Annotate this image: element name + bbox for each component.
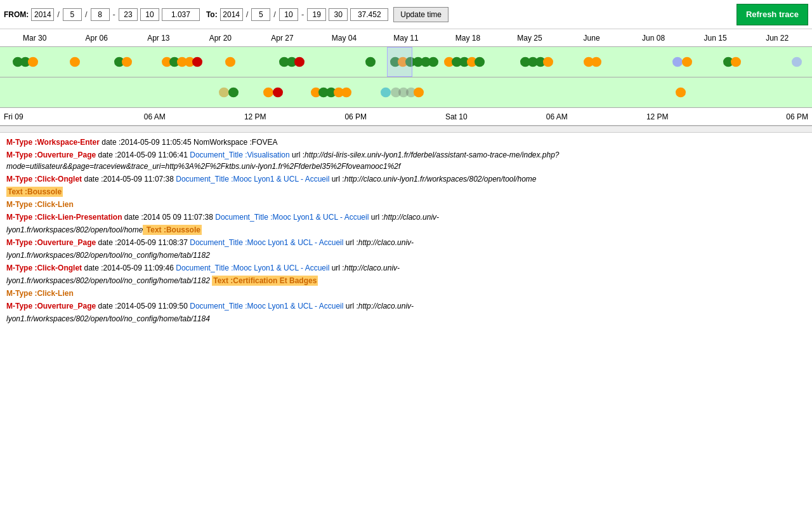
svg-point-26: [475, 57, 485, 67]
svg-point-2: [28, 57, 38, 67]
log-entry-11: lyon1.fr/workspaces/802/open/tool/no_con…: [6, 275, 806, 286]
log-entry-8: M-Type :Ouverture_Page date :2014-05-09 …: [6, 237, 806, 248]
day-label-1: 06 AM: [105, 112, 206, 121]
svg-point-37: [792, 57, 802, 67]
log-entry-10: M-Type :Click-Onglet date :2014-05-09 11…: [6, 262, 806, 274]
section-separator: [0, 126, 812, 133]
from-second-input[interactable]: [162, 8, 200, 21]
from-year-input[interactable]: [31, 8, 54, 21]
week-label-7: May 18: [437, 34, 499, 43]
log-entry-2: M-Type :Ouverture_Page date :2014-05-09 …: [6, 149, 806, 172]
log-area[interactable]: M-Type :Workspace-Enter date :2014-05-09…: [0, 133, 812, 508]
log-entry-12: M-Type :Click-Lien: [6, 288, 806, 299]
from-label: FROM:: [4, 10, 29, 19]
sep4: /: [246, 10, 249, 19]
svg-point-36: [731, 57, 741, 67]
week-label-6: May 11: [375, 34, 437, 43]
day-label-5: 06 AM: [507, 112, 608, 121]
update-time-button[interactable]: Update time: [393, 7, 449, 22]
log-entry-13: M-Type :Ouverture_Page date :2014-05-09 …: [6, 300, 806, 312]
sep6: -: [301, 10, 304, 19]
svg-point-30: [543, 57, 553, 67]
timeline-container: Mar 30Apr 06Apr 13Apr 20Apr 27May 04May …: [0, 29, 812, 126]
day-label-4: Sat 10: [406, 112, 507, 121]
day-label-7: 06 PM: [708, 112, 809, 121]
to-hour-input[interactable]: [307, 8, 326, 21]
log-entry-5: M-Type :Click-Lien: [6, 199, 806, 210]
day-label-6: 12 PM: [607, 112, 708, 121]
week-label-0: Mar 30: [4, 34, 66, 43]
svg-point-41: [273, 88, 283, 98]
week-label-12: Jun 22: [746, 34, 808, 43]
svg-point-51: [414, 88, 424, 98]
sep1: /: [56, 10, 60, 19]
sep2: /: [84, 10, 88, 19]
svg-point-32: [591, 57, 601, 67]
day-labels-row: Fri 0906 AM12 PM06 PMSat 1006 AM12 PM06 …: [0, 108, 812, 126]
log-entry-7: lyon1.fr/workspaces/802/open/tool/home T…: [6, 224, 806, 236]
day-label-0: Fri 09: [4, 112, 105, 121]
header-bar: FROM: / / - To: / / - Update time Refres…: [0, 0, 812, 29]
from-day-input[interactable]: [91, 8, 110, 21]
log-entry-6: M-Type :Click-Lien-Presentation date :20…: [6, 211, 806, 223]
from-month-input[interactable]: [63, 8, 82, 21]
day-label-3: 06 PM: [306, 112, 407, 121]
week-label-9: June: [561, 34, 623, 43]
log-entry-3: M-Type :Click-Onglet date :2014-05-09 11…: [6, 173, 806, 185]
log-entry-14: lyon1.fr/workspaces/802/open/tool/no_con…: [6, 313, 806, 324]
week-label-1: Apr 06: [66, 34, 128, 43]
dots-row-bottom[interactable]: [0, 77, 812, 108]
svg-point-33: [672, 57, 683, 67]
svg-point-39: [228, 88, 239, 98]
from-minute-input[interactable]: [140, 8, 159, 21]
week-label-8: May 25: [499, 34, 561, 43]
svg-point-21: [428, 57, 438, 67]
to-day-input[interactable]: [279, 8, 298, 21]
week-labels-row: Mar 30Apr 06Apr 13Apr 20Apr 27May 04May …: [0, 29, 812, 47]
sep5: /: [273, 10, 277, 19]
svg-point-38: [219, 88, 229, 98]
refresh-trace-button[interactable]: Refresh trace: [737, 4, 808, 25]
svg-point-14: [294, 57, 304, 67]
week-label-2: Apr 13: [128, 34, 190, 43]
to-month-input[interactable]: [251, 8, 270, 21]
log-entry-9: lyon1.fr/workspaces/802/open/tool/no_con…: [6, 250, 806, 261]
svg-point-52: [676, 88, 686, 98]
week-label-3: Apr 20: [190, 34, 252, 43]
svg-point-46: [341, 88, 351, 98]
to-year-input[interactable]: [220, 8, 243, 21]
to-second-input[interactable]: [350, 8, 388, 21]
to-minute-input[interactable]: [329, 8, 348, 21]
svg-point-34: [682, 57, 692, 67]
svg-point-3: [70, 57, 80, 67]
from-hour-input[interactable]: [119, 8, 138, 21]
svg-point-47: [381, 88, 391, 98]
week-label-11: Jun 15: [684, 34, 747, 43]
svg-point-15: [365, 57, 376, 67]
svg-point-5: [122, 57, 132, 67]
dots-row-top[interactable]: [0, 47, 812, 77]
week-label-10: Jun 08: [622, 34, 684, 43]
week-label-4: Apr 27: [251, 34, 313, 43]
svg-point-10: [192, 57, 202, 67]
day-label-2: 12 PM: [205, 112, 306, 121]
log-entry-1: M-Type :Workspace-Enter date :2014-05-09…: [6, 137, 806, 148]
timeline-dots-bottom: [5, 77, 807, 107]
sep3: -: [112, 10, 116, 19]
week-label-5: May 04: [313, 34, 376, 43]
to-label: To:: [206, 10, 218, 19]
svg-point-11: [225, 57, 235, 67]
svg-point-40: [263, 88, 273, 98]
log-entry-4: Text :Boussole: [6, 186, 806, 197]
timeline-highlight: [387, 47, 412, 77]
